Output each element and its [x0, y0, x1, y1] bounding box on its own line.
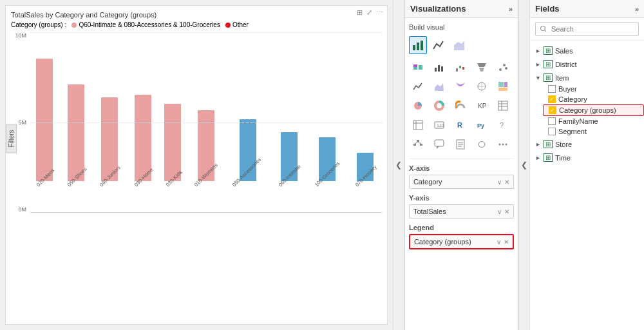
filter-icon[interactable]: ⊞	[357, 8, 363, 17]
legend-dot-pink	[71, 23, 77, 28]
svg-rect-42	[420, 144, 422, 146]
expand-icon[interactable]: ⤢	[366, 8, 372, 17]
right-collapse-btn[interactable]: ❮	[518, 0, 530, 330]
x-axis-field[interactable]: Category ∨ ✕	[409, 175, 514, 189]
viz-btn-ribbon[interactable]	[451, 77, 469, 95]
viz-btn-r[interactable]: R	[451, 116, 469, 134]
viz-btn-chat[interactable]	[430, 135, 448, 153]
x-axis-clear[interactable]: ✕	[504, 179, 509, 186]
field-item-segment[interactable]: Segment	[543, 126, 644, 137]
viz-btn-map[interactable]	[473, 77, 491, 95]
field-group-expand-icon: ▼	[535, 75, 541, 81]
viz-btn-donut[interactable]	[430, 97, 448, 115]
viz-btn-qna[interactable]: ?	[494, 116, 512, 134]
legend-actions: ∨ ✕	[497, 238, 509, 246]
fields-panel-expand[interactable]: »	[635, 5, 639, 13]
fields-search-input[interactable]	[535, 22, 639, 36]
legend-field[interactable]: Category (groups) ∨ ✕	[409, 234, 514, 249]
x-axis-chevron[interactable]: ∨	[497, 179, 502, 186]
viz-btn-col-chart[interactable]	[430, 58, 448, 76]
svg-marker-46	[437, 146, 439, 149]
viz-btn-treemap[interactable]	[494, 77, 512, 95]
field-item-buyer[interactable]: Buyer	[543, 84, 644, 94]
chart-legend: Category (groups): Q60-Intimate & 080-Ac…	[11, 21, 382, 28]
field-item-category[interactable]: ✓Category	[543, 94, 644, 104]
field-item-category-groups[interactable]: ✓Category (groups)	[543, 104, 644, 116]
svg-point-17	[505, 67, 507, 70]
bar-group: 060-Intimate	[272, 132, 306, 213]
legend-chevron[interactable]: ∨	[497, 238, 501, 246]
legend-item-1-text: Q60-Intimate & 080-Accessories & 100-Gro…	[79, 21, 220, 28]
viz-btn-stacked-bar[interactable]	[409, 58, 427, 76]
field-checkbox[interactable]	[548, 128, 556, 135]
viz-btn-area2[interactable]	[430, 77, 448, 95]
viz-panel-header: Visualizations »	[405, 0, 518, 18]
viz-btn-scatter[interactable]	[494, 58, 512, 76]
field-group-header-time[interactable]: ►⊞Time	[530, 151, 644, 164]
legend-groups-text: Category (groups)	[11, 21, 63, 28]
field-item-familyname[interactable]: FamilyName	[543, 116, 644, 126]
svg-rect-40	[417, 140, 419, 142]
field-group-table-icon: ⊞	[544, 60, 553, 68]
viz-panel-expand[interactable]: »	[509, 5, 513, 13]
viz-btn-line[interactable]	[430, 36, 448, 54]
svg-rect-0	[413, 45, 415, 50]
field-group-header-district[interactable]: ►⊞District	[530, 58, 644, 70]
y-axis-field[interactable]: TotalSales ∨ ✕	[409, 204, 514, 218]
viz-btn-line2[interactable]	[409, 77, 427, 95]
svg-point-52	[502, 144, 504, 146]
viz-btn-matrix[interactable]	[409, 116, 427, 134]
viz-btn-more[interactable]	[494, 135, 512, 153]
field-checkbox[interactable]: ✓	[549, 106, 556, 114]
field-group-header-item[interactable]: ▼⊞Item	[530, 72, 644, 84]
field-group-time: ►⊞Time	[530, 151, 644, 164]
field-group-expand-icon: ►	[535, 48, 541, 54]
y-label-mid: 5M	[18, 119, 26, 126]
legend-groups-label: Category (groups):	[11, 21, 66, 28]
bar[interactable]	[36, 59, 53, 181]
field-group-store: ►⊞Store	[530, 138, 644, 150]
viz-btn-shape-map[interactable]	[473, 135, 491, 153]
field-checkbox[interactable]: ✓	[548, 95, 556, 103]
field-checkbox[interactable]	[548, 117, 556, 125]
field-checkbox[interactable]	[548, 85, 556, 93]
viz-btn-bar-chart[interactable]	[409, 36, 427, 54]
viz-btn-table[interactable]	[494, 97, 512, 115]
field-item-label: Category (groups)	[559, 106, 616, 114]
field-group-table-icon: ⊞	[544, 73, 553, 82]
bar-group: 100-Groceries	[308, 137, 346, 213]
viz-panel-title: Visualizations	[410, 4, 466, 14]
viz-btn-pie[interactable]	[409, 97, 427, 115]
field-group-header-store[interactable]: ►⊞Store	[530, 138, 644, 150]
viz-btn-area[interactable]	[450, 36, 468, 54]
y-axis: 10M 5M 0M	[11, 32, 29, 213]
viz-icons-grid: KPI 123 R Py ?	[409, 58, 514, 153]
left-collapse-btn[interactable]: ❮	[393, 0, 404, 330]
svg-rect-9	[441, 66, 443, 72]
y-axis-clear[interactable]: ✕	[504, 208, 509, 215]
field-children: Buyer✓Category✓Category (groups)FamilyNa…	[530, 84, 644, 137]
viz-btn-funnel[interactable]	[473, 58, 491, 76]
legend-clear[interactable]: ✕	[504, 238, 509, 246]
viz-btn-waterfall[interactable]	[451, 58, 469, 76]
y-axis-chevron[interactable]: ∨	[497, 208, 502, 215]
svg-line-43	[415, 142, 418, 144]
field-group-name: Sales	[555, 47, 573, 55]
field-group-expand-icon: ►	[535, 61, 541, 68]
svg-rect-12	[462, 67, 464, 70]
viz-btn-paginated[interactable]	[451, 135, 469, 153]
y-label-top: 10M	[15, 32, 26, 39]
legend-field-value: Category (groups)	[414, 238, 471, 246]
viz-btn-decomp[interactable]	[409, 135, 427, 153]
y-label-bot: 0M	[18, 206, 26, 213]
more-icon[interactable]: ⋯	[376, 8, 383, 17]
bar-group: 020-Mens	[30, 59, 59, 213]
field-group-header-sales[interactable]: ►⊞Sales	[530, 44, 644, 57]
viz-btn-gauge[interactable]	[451, 97, 469, 115]
viz-btn-py[interactable]: Py	[473, 116, 491, 134]
viz-btn-card[interactable]: 123	[430, 116, 448, 134]
bar[interactable]	[68, 84, 84, 181]
field-group-district: ►⊞District	[530, 58, 644, 70]
viz-btn-kpi[interactable]: KPI	[473, 97, 491, 115]
svg-rect-6	[419, 65, 422, 70]
